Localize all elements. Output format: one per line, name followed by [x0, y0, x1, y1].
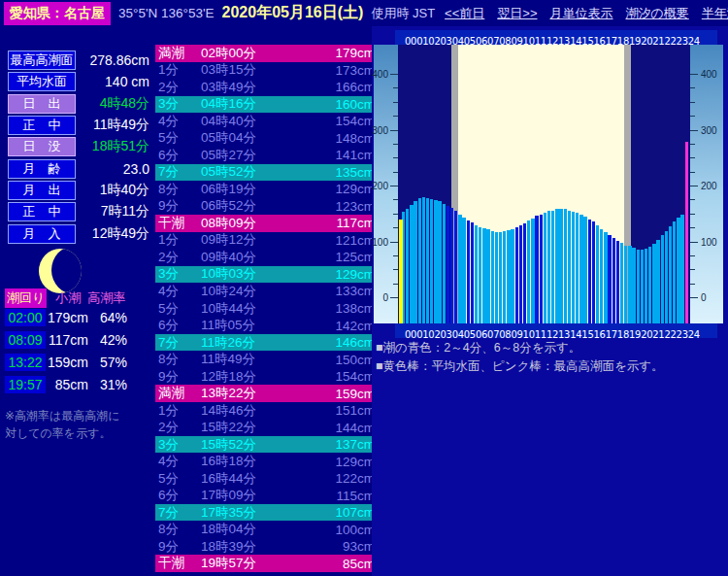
row-label: 4分 — [155, 453, 201, 470]
info-label: 正 中 — [8, 202, 76, 221]
hour-label: 17 — [606, 329, 617, 338]
nav-link-3[interactable]: 潮汐の概要 — [625, 5, 688, 22]
scale-tick — [393, 255, 398, 256]
hour-label: 12 — [546, 329, 558, 338]
station-coordinates: 35°5'N 136°53'E — [118, 6, 215, 20]
scale-tick-label: 300 — [372, 124, 388, 135]
summary-rate: 57% — [88, 355, 127, 370]
tide-bar — [491, 231, 494, 323]
tide-bar — [604, 232, 607, 323]
row-label: 満潮 — [155, 45, 201, 62]
hour-label: 09 — [511, 36, 522, 45]
scale-tick-label: 100 — [372, 236, 388, 247]
table-row: 9分06時52分123cm — [155, 198, 379, 216]
table-row: 5分10時44分138cm — [155, 300, 379, 318]
row-label: 7分 — [155, 334, 201, 352]
nav-links: <<前日翌日>>月単位表示潮汐の概要半年潮位潮位ゼロ — [445, 5, 728, 22]
tide-bar — [458, 215, 461, 323]
nav-link-2[interactable]: 月単位表示 — [549, 5, 612, 22]
info-value: 18時51分 — [92, 138, 149, 155]
scale-tick — [690, 74, 698, 75]
tide-bar — [652, 244, 655, 323]
scale-tick — [390, 297, 398, 298]
row-label: 8分 — [155, 351, 201, 368]
tide-bar — [447, 206, 449, 323]
hour-label: 19 — [629, 36, 641, 45]
tide-bar — [471, 222, 474, 323]
info-row: 日 没18時51分 — [8, 136, 149, 157]
hour-label: 08 — [499, 36, 511, 45]
summary-height: 85cm — [46, 377, 88, 392]
hour-label: 10 — [523, 329, 535, 338]
tide-bar — [467, 220, 470, 323]
chart-legend-notes: ■潮の青色：2～4分、6～8分を示す。 ■黄色棒：平均水面、ピンク棒：最高高潮面… — [376, 339, 664, 376]
hour-label: 14 — [570, 36, 581, 45]
row-label: 6分 — [155, 487, 201, 504]
top-bar: 愛知県：名古屋 35°5'N 136°53'E 2020年05月16日(土) 使… — [0, 0, 728, 26]
legend-note-bars: ■黄色棒：平均水面、ピンク棒：最高高潮面を示す。 — [376, 357, 664, 376]
tide-chart-section: 0001020304050607080910111213141516171819… — [372, 26, 728, 576]
row-time: 17時35分 — [201, 504, 308, 522]
tide-bar — [656, 240, 659, 323]
scale-tick — [393, 214, 398, 215]
tide-bar — [450, 208, 453, 323]
nav-link-4[interactable]: 半年潮位 — [702, 5, 728, 22]
tide-tenth-table: 満潮02時00分179cm1分03時15分173cm2分03時49分166cm3… — [155, 45, 379, 572]
hour-label: 14 — [570, 329, 581, 338]
row-label: 9分 — [155, 368, 201, 386]
row-time: 14時46分 — [201, 402, 308, 420]
table-row: 8分18時04分100cm — [155, 521, 379, 538]
row-time: 04時40分 — [201, 113, 308, 130]
nav-link-0[interactable]: <<前日 — [445, 5, 484, 22]
table-row: 2分03時49分166cm — [155, 79, 379, 96]
table-row: 5分05時04分148cm — [155, 130, 379, 148]
row-height: 179cm — [308, 46, 379, 60]
row-label: 7分 — [155, 504, 201, 522]
hour-label: 05 — [464, 36, 476, 45]
nav-link-1[interactable]: 翌日>> — [497, 5, 537, 22]
waning-crescent-moon-icon — [39, 249, 82, 293]
row-time: 16時44分 — [201, 470, 308, 488]
row-height: 121cm — [308, 233, 379, 248]
tide-bar — [616, 241, 619, 323]
scale-tick — [393, 269, 398, 270]
tide-bar — [608, 235, 611, 323]
scale-tick — [393, 87, 398, 88]
scale-tick-label: 400 — [701, 69, 717, 80]
info-value: 12時49分 — [92, 225, 149, 243]
table-row: 7分05時52分135cm — [155, 164, 379, 182]
row-label: 2分 — [155, 419, 201, 436]
tide-bar — [632, 248, 635, 323]
info-value: 278.86cm — [90, 52, 149, 68]
scale-tick — [390, 186, 398, 186]
hour-label: 03 — [440, 329, 451, 338]
scale-tick — [690, 214, 695, 215]
hour-label: 20 — [641, 36, 652, 45]
tide-bar — [564, 209, 567, 323]
table-row: 4分04時40分154cm — [155, 113, 379, 130]
tide-bar — [665, 231, 668, 324]
hour-label: 04 — [452, 329, 464, 338]
row-height: 129cm — [308, 182, 379, 196]
hour-label: 22 — [664, 36, 676, 45]
row-label: 1分 — [155, 231, 201, 249]
row-time: 05時52分 — [201, 163, 308, 181]
summary-time: 19:57 — [5, 376, 46, 393]
hour-labels-bottom: 0001020304050607080910111213141516171819… — [405, 324, 700, 338]
hour-label: 09 — [511, 329, 522, 338]
info-row: 正 中7時11分 — [8, 201, 149, 222]
row-height: 173cm — [308, 63, 379, 78]
scale-tick — [690, 255, 695, 256]
timezone-label: 使用時 JST — [371, 5, 435, 22]
scale-tick — [690, 102, 695, 103]
hour-label: 23 — [677, 329, 688, 338]
tide-bar — [418, 198, 421, 323]
tide-bar — [568, 211, 571, 323]
scale-tick — [690, 269, 695, 270]
tide-bar — [641, 250, 644, 323]
row-time: 11時49分 — [201, 351, 308, 368]
hour-label: 04 — [452, 36, 464, 45]
row-time: 10時24分 — [201, 283, 308, 300]
tide-bar — [544, 213, 546, 323]
tide-bar — [600, 229, 603, 323]
